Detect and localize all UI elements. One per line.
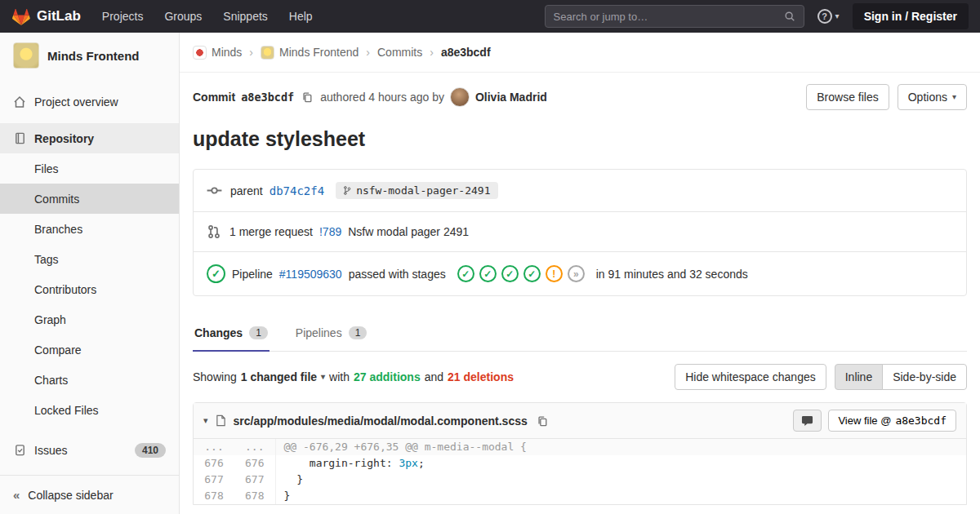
sidebar-item-charts[interactable]: Charts bbox=[0, 365, 179, 395]
with-label: with bbox=[329, 370, 350, 383]
new-line-number[interactable]: 678 bbox=[234, 488, 275, 504]
sidebar-item-label: Project overview bbox=[34, 95, 118, 109]
breadcrumb-current-sha: a8e3bcdf bbox=[441, 46, 491, 59]
author-name[interactable]: Olivia Madrid bbox=[475, 91, 547, 104]
sidebar-item-repository[interactable]: Repository bbox=[0, 123, 179, 153]
pipeline-status-text: passed with stages bbox=[349, 268, 446, 281]
code-text: margin-right: bbox=[284, 457, 399, 469]
sidebar-item-tags[interactable]: Tags bbox=[0, 244, 179, 274]
copy-file-path-button[interactable] bbox=[535, 414, 550, 428]
code-line: margin-right: 3px; bbox=[275, 455, 966, 472]
tab-count-badge: 1 bbox=[249, 326, 268, 339]
project-name: Minds Frontend bbox=[47, 49, 140, 63]
stage-passed-icon[interactable]: ✓ bbox=[523, 265, 541, 282]
parent-sha-link[interactable]: db74c2f4 bbox=[270, 184, 324, 197]
stage-skipped-icon[interactable]: » bbox=[568, 265, 585, 282]
author-avatar[interactable] bbox=[450, 87, 470, 107]
collapse-sidebar-button[interactable]: « Collapse sidebar bbox=[0, 475, 179, 514]
tab-pipelines[interactable]: Pipelines 1 bbox=[294, 316, 369, 352]
group-avatar bbox=[193, 46, 207, 60]
menu-help[interactable]: Help bbox=[289, 10, 313, 23]
pipeline-label: Pipeline bbox=[232, 268, 273, 281]
stage-passed-icon[interactable]: ✓ bbox=[501, 265, 519, 282]
diff-line-row: 677 677 } bbox=[194, 472, 966, 488]
authored-text: authored 4 hours ago by bbox=[320, 91, 444, 104]
gitlab-logo[interactable]: GitLab bbox=[11, 7, 81, 26]
help-dropdown[interactable]: ? ▾ bbox=[817, 9, 840, 24]
stage-passed-icon[interactable]: ✓ bbox=[457, 265, 474, 282]
side-by-side-view-button[interactable]: Side-by-side bbox=[882, 364, 967, 390]
diff-file: ▾ src/app/modules/media/modal/modal.comp… bbox=[193, 402, 967, 505]
breadcrumb-project[interactable]: Minds Frontend bbox=[261, 46, 359, 60]
sidebar-item-label: Tags bbox=[34, 253, 59, 266]
sidebar-item-compare[interactable]: Compare bbox=[0, 335, 179, 365]
new-line-number[interactable]: 676 bbox=[234, 455, 275, 472]
sidebar-item-graph[interactable]: Graph bbox=[0, 304, 179, 335]
sidebar-item-project-overview[interactable]: Project overview bbox=[0, 86, 179, 117]
view-file-button[interactable]: View file @ a8e3bcdf bbox=[828, 410, 956, 432]
breadcrumb-group[interactable]: Minds bbox=[193, 46, 242, 60]
chevron-down-icon: ▾ bbox=[835, 12, 840, 20]
comment-button[interactable] bbox=[793, 410, 822, 432]
diff-view-controls: Hide whitespace changes Inline Side-by-s… bbox=[675, 364, 967, 390]
commit-sha: a8e3bcdf bbox=[241, 91, 294, 104]
options-button[interactable]: Options ▾ bbox=[898, 84, 967, 110]
commit-tabs: Changes 1 Pipelines 1 bbox=[193, 316, 967, 352]
browse-files-button[interactable]: Browse files bbox=[806, 84, 889, 110]
diff-line-row: 678 678 } bbox=[194, 488, 966, 504]
home-icon bbox=[13, 95, 26, 109]
tab-label: Pipelines bbox=[296, 326, 342, 339]
file-path[interactable]: src/app/modules/media/modal/modal.compon… bbox=[234, 414, 528, 428]
global-search[interactable] bbox=[545, 5, 804, 28]
inline-view-button[interactable]: Inline bbox=[835, 364, 883, 390]
stage-warning-icon[interactable]: ! bbox=[546, 265, 563, 282]
sidebar-item-contributors[interactable]: Contributors bbox=[0, 274, 179, 304]
sidebar-item-label: Files bbox=[34, 162, 59, 175]
pipeline-status-icon[interactable]: ✓ bbox=[207, 264, 225, 283]
sidebar-item-label: Locked Files bbox=[34, 404, 99, 417]
parent-label: parent bbox=[230, 184, 263, 197]
old-line-number[interactable]: 676 bbox=[194, 455, 234, 472]
project-context[interactable]: Minds Frontend bbox=[0, 33, 179, 78]
merge-request-ref-link[interactable]: !789 bbox=[319, 225, 341, 238]
menu-groups[interactable]: Groups bbox=[164, 10, 202, 23]
sidebar-item-branches[interactable]: Branches bbox=[0, 214, 179, 244]
changed-files-dropdown[interactable]: 1 changed file ▾ bbox=[241, 370, 325, 383]
sidebar-item-locked-files[interactable]: Locked Files bbox=[0, 395, 179, 425]
diff-stats: Showing 1 changed file ▾ with 27 additio… bbox=[193, 370, 514, 383]
pipeline-duration: in 91 minutes and 32 seconds bbox=[596, 268, 748, 281]
sidebar-item-commits[interactable]: Commits bbox=[0, 184, 179, 214]
project-avatar-small bbox=[261, 46, 274, 60]
old-line-number[interactable]: 678 bbox=[194, 488, 234, 504]
search-input[interactable] bbox=[554, 11, 777, 23]
view-file-label: View file @ bbox=[838, 414, 891, 427]
menu-snippets[interactable]: Snippets bbox=[223, 10, 267, 23]
sidebar-item-label: Commits bbox=[34, 193, 79, 206]
commit-icon bbox=[207, 183, 222, 198]
breadcrumb-separator: › bbox=[430, 46, 434, 59]
menu-projects[interactable]: Projects bbox=[102, 10, 144, 23]
sidebar-item-issues[interactable]: Issues 410 bbox=[0, 435, 179, 465]
stage-passed-icon[interactable]: ✓ bbox=[479, 265, 497, 282]
parent-row: parent db74c2f4 nsfw-modal-pager-2491 bbox=[194, 170, 966, 211]
sidebar-nav: Project overview Repository Files Commit… bbox=[0, 78, 179, 465]
old-line-number[interactable]: 677 bbox=[194, 472, 234, 488]
top-navbar: GitLab Projects Groups Snippets Help ? ▾… bbox=[0, 0, 980, 33]
sidebar-item-files[interactable]: Files bbox=[0, 153, 179, 184]
file-icon bbox=[216, 414, 226, 427]
collapse-diff-icon[interactable]: ▾ bbox=[203, 415, 208, 426]
sign-in-button[interactable]: Sign in / Register bbox=[853, 3, 969, 29]
pipeline-id-link[interactable]: #119509630 bbox=[279, 268, 342, 281]
hide-whitespace-button[interactable]: Hide whitespace changes bbox=[675, 364, 826, 390]
branch-chip[interactable]: nsfw-modal-pager-2491 bbox=[336, 182, 497, 199]
copy-sha-button[interactable] bbox=[300, 90, 314, 104]
sidebar-item-label: Issues bbox=[34, 444, 67, 457]
diff-line-row: 676 676 margin-right: 3px; bbox=[194, 455, 966, 472]
new-line-number[interactable]: 677 bbox=[234, 472, 275, 488]
copy-icon bbox=[537, 415, 548, 427]
issues-count-badge: 410 bbox=[135, 443, 166, 458]
breadcrumb-commits[interactable]: Commits bbox=[377, 46, 422, 59]
diff-hunk-row: ... ... @@ -676,29 +676,35 @@ m-media--m… bbox=[194, 439, 966, 455]
tab-changes[interactable]: Changes 1 bbox=[193, 316, 270, 352]
changed-files-label: 1 changed file bbox=[241, 370, 317, 383]
